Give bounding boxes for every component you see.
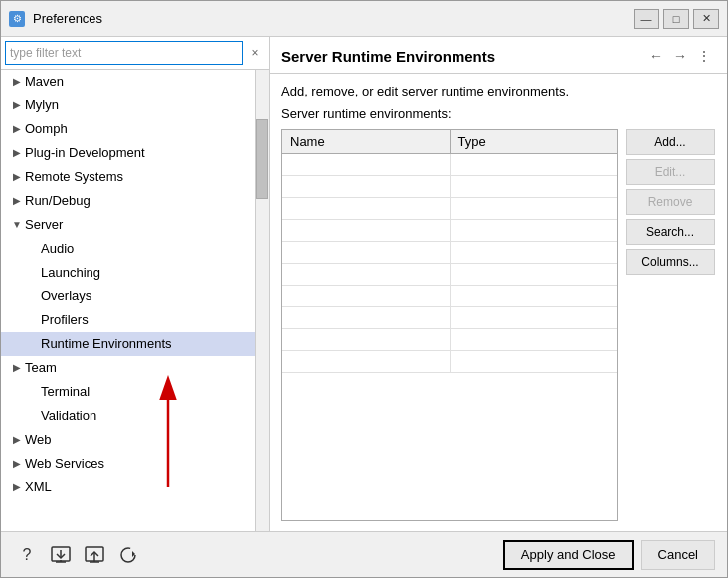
tree-container: ▶ Maven ▶ Mylyn ▶ Oomph ▶ Plug-in Develo… bbox=[1, 70, 269, 531]
tree-item-run-debug[interactable]: ▶ Run/Debug bbox=[1, 189, 269, 213]
bottom-right: Apply and Close Cancel bbox=[503, 540, 715, 570]
tree-item-audio[interactable]: Audio bbox=[1, 237, 269, 261]
expand-icon-xml: ▶ bbox=[9, 480, 25, 495]
table-row bbox=[282, 176, 617, 198]
edit-button[interactable]: Edit... bbox=[626, 159, 715, 185]
cancel-button[interactable]: Cancel bbox=[641, 540, 715, 570]
tree-label-mylyn: Mylyn bbox=[25, 96, 59, 115]
window-icon: ⚙ bbox=[9, 11, 25, 27]
more-button[interactable]: ⋮ bbox=[693, 45, 715, 67]
right-panel-title: Server Runtime Environments bbox=[281, 48, 495, 65]
expand-icon-audio bbox=[25, 241, 41, 257]
table-row bbox=[282, 264, 617, 286]
expand-icon-overlays bbox=[25, 289, 41, 304]
tree-item-oomph[interactable]: ▶ Oomph bbox=[1, 117, 269, 141]
tree-item-xml[interactable]: ▶ XML bbox=[1, 476, 269, 499]
tree-item-terminal[interactable]: Terminal bbox=[1, 380, 269, 404]
data-table: Name Type bbox=[281, 129, 618, 521]
expand-icon-web-services: ▶ bbox=[9, 456, 25, 472]
columns-button[interactable]: Columns... bbox=[626, 249, 715, 275]
expand-icon-profilers bbox=[25, 312, 41, 328]
bottom-left: ? bbox=[13, 541, 142, 569]
table-label: Server runtime environments: bbox=[281, 106, 715, 121]
table-row bbox=[282, 242, 617, 264]
minimize-button[interactable]: — bbox=[634, 9, 659, 29]
expand-icon-maven: ▶ bbox=[9, 74, 25, 90]
left-panel: × ▶ Maven bbox=[1, 37, 270, 531]
expand-icon-runtime-env bbox=[25, 336, 41, 352]
tree-item-maven[interactable]: ▶ Maven bbox=[1, 70, 269, 94]
tree-item-validation[interactable]: Validation bbox=[1, 404, 269, 428]
tree-label-audio: Audio bbox=[41, 239, 74, 259]
right-header: Server Runtime Environments ← → ⋮ bbox=[270, 37, 727, 74]
tree-label-web: Web bbox=[25, 430, 52, 450]
forward-button[interactable]: → bbox=[669, 45, 691, 67]
search-button[interactable]: Search... bbox=[626, 219, 715, 245]
remove-button[interactable]: Remove bbox=[626, 189, 715, 215]
export-icon bbox=[85, 546, 104, 564]
expand-icon-launching bbox=[25, 265, 41, 281]
tree-label-oomph: Oomph bbox=[25, 119, 68, 139]
expand-icon-server: ▼ bbox=[9, 217, 25, 233]
tree-label-profilers: Profilers bbox=[41, 310, 89, 330]
tree-label-overlays: Overlays bbox=[41, 287, 91, 306]
apply-close-button[interactable]: Apply and Close bbox=[503, 540, 634, 570]
bottom-bar: ? bbox=[1, 531, 727, 577]
export-button[interactable] bbox=[81, 541, 108, 569]
table-row bbox=[282, 286, 617, 307]
table-row bbox=[282, 220, 617, 242]
scrollbar-thumb[interactable] bbox=[256, 119, 268, 199]
search-clear-button[interactable]: × bbox=[245, 43, 265, 63]
scrollbar-track bbox=[255, 70, 269, 531]
tree-item-runtime-env[interactable]: Runtime Environments bbox=[1, 332, 269, 356]
tree-item-profilers[interactable]: Profilers bbox=[1, 308, 269, 332]
add-button[interactable]: Add... bbox=[626, 129, 715, 155]
import-button[interactable] bbox=[47, 541, 75, 569]
window-title: Preferences bbox=[33, 11, 626, 26]
tree-item-mylyn[interactable]: ▶ Mylyn bbox=[1, 94, 269, 117]
tree-item-server[interactable]: ▼ Server bbox=[1, 213, 269, 237]
expand-icon-run-debug: ▶ bbox=[9, 193, 25, 209]
tree-item-remote-systems[interactable]: ▶ Remote Systems bbox=[1, 165, 269, 189]
expand-icon-validation bbox=[9, 408, 25, 424]
tree-item-launching[interactable]: Launching bbox=[1, 261, 269, 285]
expand-icon-web: ▶ bbox=[9, 432, 25, 448]
back-button[interactable]: ← bbox=[645, 45, 667, 67]
table-row bbox=[282, 154, 617, 176]
tree-label-run-debug: Run/Debug bbox=[25, 191, 91, 211]
tree-label-terminal: Terminal bbox=[25, 382, 90, 402]
table-header: Name Type bbox=[282, 130, 617, 154]
side-buttons: Add... Edit... Remove Search... Columns.… bbox=[626, 129, 715, 521]
right-panel: Server Runtime Environments ← → ⋮ Add, r… bbox=[270, 37, 727, 531]
preferences-window: ⚙ Preferences — □ ✕ × bbox=[0, 0, 728, 578]
tree-label-team: Team bbox=[25, 358, 57, 378]
main-content: × ▶ Maven bbox=[1, 37, 727, 531]
tree-item-web[interactable]: ▶ Web bbox=[1, 428, 269, 452]
tree-item-overlays[interactable]: Overlays bbox=[1, 285, 269, 308]
expand-icon-oomph: ▶ bbox=[9, 121, 25, 137]
tree-item-web-services[interactable]: ▶ Web Services bbox=[1, 452, 269, 476]
col-type: Type bbox=[451, 130, 618, 153]
refresh-icon bbox=[119, 546, 137, 564]
table-row bbox=[282, 329, 617, 351]
table-row bbox=[282, 351, 617, 373]
right-body: Add, remove, or edit server runtime envi… bbox=[270, 74, 727, 531]
help-button[interactable]: ? bbox=[13, 541, 41, 569]
import-icon bbox=[51, 546, 71, 564]
title-bar: ⚙ Preferences — □ ✕ bbox=[1, 1, 727, 37]
close-button[interactable]: ✕ bbox=[693, 9, 719, 29]
tree-item-team[interactable]: ▶ Team bbox=[1, 356, 269, 380]
maximize-button[interactable]: □ bbox=[663, 9, 689, 29]
table-rows bbox=[282, 154, 617, 520]
table-row bbox=[282, 198, 617, 220]
table-row bbox=[282, 307, 617, 329]
table-area: Name Type bbox=[281, 129, 715, 521]
tree-label-runtime-env: Runtime Environments bbox=[41, 334, 172, 354]
description-text: Add, remove, or edit server runtime envi… bbox=[281, 84, 715, 98]
tree-item-plugin-dev[interactable]: ▶ Plug-in Development bbox=[1, 141, 269, 165]
expand-icon-terminal bbox=[9, 384, 25, 400]
col-name: Name bbox=[282, 130, 451, 153]
search-input[interactable] bbox=[5, 41, 243, 65]
refresh-button[interactable] bbox=[114, 541, 142, 569]
tree-label-remote-systems: Remote Systems bbox=[25, 167, 123, 187]
